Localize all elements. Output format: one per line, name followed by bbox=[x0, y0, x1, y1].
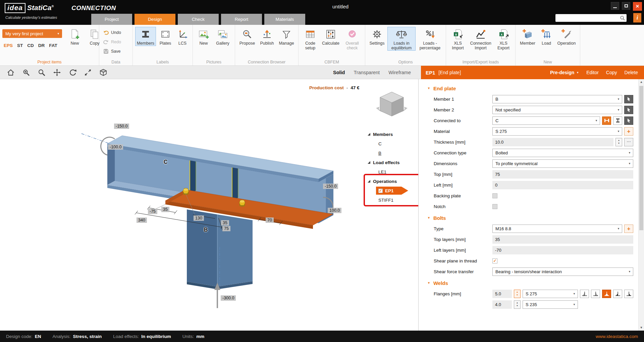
zoom-button[interactable] bbox=[36, 67, 47, 78]
new-operation-button[interactable]: Operation bbox=[555, 27, 578, 46]
new-load-button[interactable]: Load bbox=[538, 27, 554, 46]
website-link[interactable]: www.ideastatica.com bbox=[596, 334, 638, 339]
backing-plate-checkbox[interactable] bbox=[492, 193, 497, 198]
tab-report[interactable]: Report bbox=[221, 14, 262, 25]
weld-type-1-button[interactable] bbox=[580, 290, 589, 298]
flanges-spinner[interactable] bbox=[514, 290, 521, 298]
member2-dropdown[interactable]: Not specified bbox=[492, 106, 622, 114]
tree-expander-icon[interactable] bbox=[368, 161, 370, 164]
labels-members-toggle[interactable]: Members bbox=[135, 27, 156, 46]
notch-checkbox[interactable] bbox=[492, 204, 497, 209]
section-end-plate[interactable]: End plate bbox=[419, 84, 644, 93]
member2-pick-button[interactable] bbox=[624, 106, 633, 114]
pan-button[interactable] bbox=[52, 67, 62, 78]
project-items-dropdown[interactable]: My very first project bbox=[2, 29, 62, 38]
redo-button[interactable]: Redo bbox=[103, 38, 130, 45]
section-bolts[interactable]: Bolts bbox=[419, 213, 644, 222]
orientation-vertical-toggle[interactable] bbox=[613, 116, 622, 125]
connection-import-button[interactable]: Connection Import bbox=[468, 27, 493, 51]
gallery-button[interactable]: Gallery bbox=[213, 27, 232, 46]
add-bolt-type-button[interactable] bbox=[624, 225, 633, 233]
left-input[interactable]: 0 bbox=[492, 181, 633, 189]
flanges-input[interactable]: 5.0 bbox=[492, 290, 512, 298]
orientation-horizontal-toggle[interactable] bbox=[602, 116, 611, 125]
propose-button[interactable]: Propose bbox=[237, 27, 257, 46]
manage-button[interactable]: Manage bbox=[277, 27, 296, 46]
calculate-button[interactable]: Calculate bbox=[321, 27, 341, 51]
top-input[interactable]: 75 bbox=[492, 170, 633, 179]
add-material-button[interactable] bbox=[624, 127, 633, 136]
dimensions-dropdown[interactable]: To profile symmetrical bbox=[492, 159, 633, 168]
xls-import-button[interactable]: X XLS Import bbox=[448, 27, 467, 51]
top-layers-input[interactable]: 35 bbox=[492, 235, 633, 244]
new-project-item-button[interactable]: New bbox=[65, 27, 84, 48]
viewport-3d[interactable]: -150.0 -100.0 -150.0 100.0 -300.0 340 -7… bbox=[0, 79, 418, 331]
mode-st[interactable]: ST bbox=[17, 43, 23, 48]
info-button[interactable]: i bbox=[633, 13, 641, 22]
3d-scene[interactable] bbox=[0, 79, 418, 331]
tree-item-b[interactable]: B bbox=[366, 148, 418, 158]
new-member-button[interactable]: Member bbox=[518, 27, 537, 46]
undo-button[interactable]: Undo bbox=[103, 29, 130, 36]
bolt-type-dropdown[interactable]: M16 8.8 bbox=[492, 225, 622, 233]
mode-dr[interactable]: DR bbox=[38, 43, 45, 48]
left-layers-input[interactable]: -70 bbox=[492, 246, 633, 254]
code-setup-button[interactable]: Code setup bbox=[301, 27, 320, 51]
weld-type-2-button[interactable] bbox=[591, 290, 600, 298]
editor-button[interactable]: Editor bbox=[586, 70, 599, 75]
delete-operation-button[interactable]: Delete bbox=[625, 70, 638, 75]
thickness-more-button[interactable] bbox=[624, 138, 633, 146]
connected-to-pick-button[interactable] bbox=[624, 116, 633, 125]
thickness-spinner[interactable] bbox=[615, 138, 622, 146]
tab-materials[interactable]: Materials bbox=[264, 14, 305, 25]
picture-new-button[interactable]: New bbox=[195, 27, 212, 46]
loads-percentage-button[interactable]: Loads - percentage bbox=[417, 27, 443, 51]
maximize-button[interactable] bbox=[622, 2, 630, 10]
webs-material-dropdown[interactable]: S 235 bbox=[523, 300, 578, 309]
home-view-button[interactable] bbox=[5, 67, 16, 78]
overall-check-button[interactable]: Overall check bbox=[342, 27, 363, 51]
tab-check[interactable]: Check bbox=[178, 14, 219, 25]
thickness-input[interactable]: 10.0 bbox=[492, 138, 613, 146]
weld-type-5-button[interactable] bbox=[624, 290, 633, 298]
close-button[interactable] bbox=[633, 2, 642, 11]
settings-button[interactable]: Settings bbox=[368, 27, 386, 51]
predesign-dropdown[interactable]: Pre-design bbox=[550, 70, 579, 75]
mode-cd[interactable]: CD bbox=[27, 43, 34, 48]
zoom-selection-button[interactable] bbox=[21, 67, 32, 78]
zoom-fit-button[interactable] bbox=[83, 67, 93, 78]
scroll-down-icon[interactable] bbox=[639, 325, 644, 331]
loads-in-equilibrium-toggle[interactable]: Loads in equilibrium bbox=[387, 27, 416, 51]
shear-plane-checkbox[interactable] bbox=[492, 258, 497, 263]
tree-expander-icon[interactable] bbox=[368, 133, 370, 136]
tree-group-load-effects[interactable]: Load effects bbox=[366, 158, 418, 167]
weld-type-3-button[interactable] bbox=[602, 290, 611, 298]
view-cube[interactable] bbox=[374, 87, 410, 124]
solid-view-button[interactable] bbox=[98, 67, 109, 78]
webs-spinner[interactable] bbox=[514, 300, 521, 309]
xls-export-button[interactable]: X XLS Export bbox=[494, 27, 513, 51]
search-input[interactable] bbox=[558, 16, 620, 20]
scrollbar-thumb[interactable] bbox=[639, 86, 643, 230]
display-mode-solid[interactable]: Solid bbox=[333, 70, 345, 75]
publish-button[interactable]: Publish bbox=[258, 27, 276, 46]
display-mode-wireframe[interactable]: Wireframe bbox=[388, 70, 411, 75]
labels-lcs-toggle[interactable]: LCS bbox=[175, 27, 190, 46]
orbit-button[interactable] bbox=[67, 67, 78, 78]
display-mode-transparent[interactable]: Transparent bbox=[354, 70, 380, 75]
section-welds[interactable]: Welds bbox=[419, 279, 644, 287]
member1-pick-button[interactable] bbox=[624, 95, 633, 103]
webs-input[interactable]: 4.0 bbox=[492, 300, 512, 309]
labels-plates-toggle[interactable]: Plates bbox=[157, 27, 174, 46]
mode-fat[interactable]: FAT bbox=[49, 43, 57, 48]
connection-type-dropdown[interactable]: Bolted bbox=[492, 149, 633, 157]
connected-to-dropdown[interactable]: C bbox=[492, 116, 600, 125]
copy-operation-button[interactable]: Copy bbox=[606, 70, 617, 75]
tab-design[interactable]: Design bbox=[135, 14, 175, 25]
member1-dropdown[interactable]: B bbox=[492, 95, 622, 103]
tree-group-members[interactable]: Members bbox=[366, 130, 418, 139]
save-button[interactable]: Save bbox=[103, 48, 130, 55]
flanges-material-dropdown[interactable]: S 275 bbox=[523, 290, 578, 298]
shear-transfer-dropdown[interactable]: Bearing - tension/shear interaction bbox=[492, 267, 633, 276]
minimize-button[interactable] bbox=[611, 2, 619, 10]
